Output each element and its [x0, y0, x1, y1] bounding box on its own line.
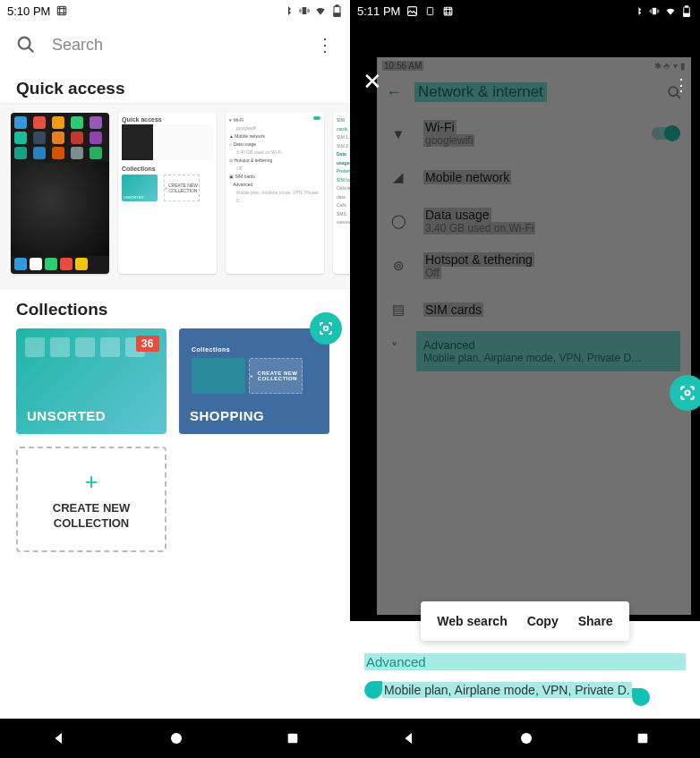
hotspot-icon: ⊚	[389, 258, 407, 274]
nav-recent-icon[interactable]	[636, 731, 650, 745]
row-data: ◯ Data usage3.40 GB used on Wi-Fi	[377, 199, 691, 243]
bluetooth-icon	[282, 4, 295, 17]
status-bar: 5:11 PM	[350, 0, 700, 21]
svg-rect-8	[287, 734, 297, 744]
plus-icon: +	[84, 468, 98, 496]
shot-status-time: 10:56 AM	[382, 61, 423, 71]
text-selection-sheet: Web search Copy Share Advanced Mobile pl…	[350, 621, 700, 719]
row-mobile: ◢ Mobile network	[377, 156, 691, 199]
capture-fab-icon[interactable]	[670, 375, 700, 411]
create-collection-button[interactable]: + CREATE NEW COLLECTION	[16, 447, 166, 552]
wifi-toggle	[652, 127, 679, 140]
nav-home-icon[interactable]	[518, 730, 534, 746]
overflow-menu-icon[interactable]: ⋮	[316, 34, 334, 55]
svg-point-17	[686, 391, 690, 396]
svg-rect-11	[444, 7, 452, 15]
svg-rect-0	[58, 6, 66, 14]
svg-rect-10	[427, 7, 432, 14]
settings-title: Network & internet	[414, 82, 547, 102]
nav-bar	[350, 719, 700, 758]
svg-point-7	[171, 733, 182, 744]
screenshot-app-icon	[441, 4, 454, 17]
back-arrow-icon: ←	[386, 83, 402, 102]
close-icon[interactable]: ✕	[363, 68, 382, 96]
menu-web-search[interactable]: Web search	[437, 614, 507, 628]
svg-rect-19	[637, 734, 647, 744]
collections-row: 36 UNSORTED Collections + CREATE NEW COL…	[0, 328, 350, 434]
svg-rect-1	[303, 7, 307, 14]
bluetooth-icon	[632, 4, 645, 17]
create-label: CREATE NEW COLLECTION	[53, 501, 130, 532]
sheet-sub[interactable]: Mobile plan, Airplane mode, VPN, Private…	[382, 682, 632, 698]
battery-icon	[680, 4, 693, 17]
svg-rect-12	[653, 7, 656, 14]
chevron-down-icon: ˅	[382, 331, 400, 356]
collection-label: SHOPPING	[190, 408, 264, 423]
row-sim: ▤ SIM cards	[377, 288, 691, 331]
collection-label: UNSORTED	[27, 408, 106, 423]
menu-copy[interactable]: Copy	[527, 614, 559, 628]
sim-icon: ▤	[389, 302, 407, 318]
status-bar: 5:10 PM	[0, 0, 350, 21]
phone-left: 5:10 PM Search ⋮ Quick access	[0, 0, 350, 758]
phone-right: 5:11 PM ✕ ⋮ 10:56 AM ✱ ⬘ ▾ ▮ ← Network &…	[350, 0, 700, 758]
screenshot-app-icon	[55, 4, 68, 17]
quick-access-title: Quick access	[0, 68, 350, 107]
status-time: 5:11 PM	[357, 4, 400, 18]
search-icon	[16, 35, 36, 55]
status-time: 5:10 PM	[7, 4, 50, 18]
search-header[interactable]: Search ⋮	[0, 21, 350, 68]
battery-icon	[330, 4, 343, 17]
capture-fab-icon[interactable]	[310, 312, 342, 345]
sd-icon	[423, 4, 436, 17]
nav-recent-icon[interactable]	[286, 731, 300, 745]
selection-handle-end[interactable]	[632, 688, 650, 706]
captured-screenshot[interactable]: 10:56 AM ✱ ⬘ ▾ ▮ ← Network & internet ▼ …	[377, 57, 691, 615]
overflow-menu-icon[interactable]: ⋮	[673, 75, 689, 95]
menu-share[interactable]: Share	[578, 614, 613, 628]
collection-shopping[interactable]: Collections + CREATE NEW COLLECTION SHOP…	[179, 328, 329, 434]
svg-rect-15	[684, 13, 690, 16]
qa-card-settings-screen[interactable]: ▾ Wi-Fi googlewifi ▲ Mobile network ○ Da…	[226, 113, 324, 274]
svg-rect-14	[686, 5, 688, 6]
svg-point-5	[19, 38, 30, 49]
wifi-icon: ▼	[389, 126, 407, 141]
data-usage-icon: ◯	[389, 213, 407, 229]
sheet-title[interactable]: Advanced	[364, 653, 428, 670]
signal-icon: ◢	[389, 169, 407, 185]
svg-rect-4	[334, 13, 340, 16]
qa-card-collections-screen[interactable]: Quick access Collections UNSORTED +CREAT…	[118, 113, 217, 274]
collections-title: Collections	[0, 289, 350, 328]
search-input[interactable]: Search	[52, 36, 300, 55]
wifi-icon	[664, 4, 677, 17]
nav-home-icon[interactable]	[168, 730, 184, 746]
unsorted-badge: 36	[136, 336, 159, 352]
wifi-icon	[314, 4, 327, 17]
context-menu: Web search Copy Share	[421, 601, 628, 641]
row-wifi: ▼ Wi-Figooglewifi	[377, 111, 691, 156]
nav-bar	[0, 719, 350, 758]
qa-card-sim-screen[interactable]: SIM cards SIM 1 SIM 2 Data usage Preferr…	[333, 113, 350, 274]
svg-point-6	[324, 327, 329, 331]
svg-point-18	[521, 733, 532, 744]
selection-handle-start[interactable]	[364, 681, 382, 699]
svg-rect-3	[336, 5, 338, 6]
collection-unsorted[interactable]: 36 UNSORTED	[16, 328, 166, 434]
row-hotspot: ⊚ Hotspot & tetheringOff	[377, 243, 691, 288]
image-icon	[405, 4, 418, 17]
vibrate-icon	[298, 4, 311, 17]
nav-back-icon[interactable]	[51, 730, 67, 746]
quick-access-row[interactable]: Quick access Collections UNSORTED +CREAT…	[0, 103, 350, 289]
row-advanced: Advanced Mobile plan, Airplane mode, VPN…	[416, 331, 680, 371]
nav-back-icon[interactable]	[401, 730, 417, 746]
qa-card-homescreen[interactable]	[11, 113, 109, 274]
vibrate-icon	[648, 4, 661, 17]
